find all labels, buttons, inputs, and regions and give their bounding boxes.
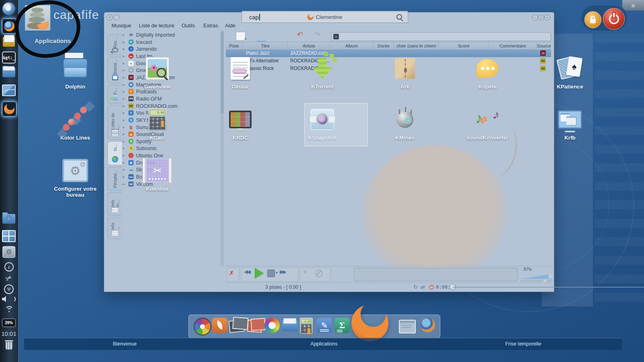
expander-icon[interactable]: ▶ <box>123 147 126 150</box>
tab-frise-temporelle[interactable]: Frise temporelle <box>505 338 541 350</box>
column-piste[interactable]: Piste <box>226 42 242 49</box>
tab-info-artiste[interactable]: Info ... <box>107 217 122 239</box>
column-artiste[interactable]: Artiste <box>287 42 330 49</box>
app-soundkonverter[interactable]: ♪⇄♪ soundKonverter <box>455 107 520 141</box>
volume-handle[interactable] <box>543 279 547 282</box>
service-radio-gfm[interactable]: ▶GFMRadio GFM <box>123 95 222 102</box>
app-krdc[interactable]: KRDC <box>208 107 272 141</box>
expander-icon[interactable]: ▶ <box>123 47 126 51</box>
tab-bienvenue[interactable]: Bienvenue <box>113 338 136 350</box>
klipper-scissors-icon[interactable]: ✂ <box>2 274 16 283</box>
menu-extras[interactable]: Extras <box>203 23 218 29</box>
app-configurer-bureau[interactable]: ⚙⚙ Configurer votre bureau <box>43 158 107 198</box>
expander-icon[interactable]: ▶ <box>123 33 126 37</box>
love-button[interactable]: ♥ <box>303 268 308 276</box>
service-subsonic[interactable]: ▶SSubsonic <box>123 145 222 152</box>
repeat-icon[interactable]: ↻ <box>413 284 418 290</box>
window-grid-icon[interactable] <box>2 230 16 242</box>
text-editor-icon[interactable]: ✎ <box>317 318 332 333</box>
column-score[interactable]: Score <box>438 42 489 49</box>
maximize-button[interactable]: □ <box>538 14 544 21</box>
menu-liste-de-lecture[interactable]: Liste de lecture <box>139 23 174 29</box>
usb-device-icon[interactable]: Ψ <box>2 284 16 294</box>
menu-aide[interactable]: Aide <box>225 23 235 29</box>
expander-icon[interactable]: ▶ <box>123 154 126 157</box>
expander-icon[interactable]: ▶ <box>123 97 126 101</box>
app-kopete[interactable]: Kopete <box>455 56 520 90</box>
menu-musique[interactable]: Musique <box>111 23 131 29</box>
downloads-folder-icon[interactable]: ↓ <box>2 214 16 224</box>
app-krfb[interactable]: Krfb <box>538 107 602 141</box>
column-commentaire[interactable]: Commentaire <box>489 42 537 49</box>
leaf-app-icon[interactable] <box>212 318 227 333</box>
app-ktorrent[interactable]: KTorrent <box>290 56 355 90</box>
clementine-dock-icon[interactable] <box>351 304 388 341</box>
system-window-icon[interactable] <box>399 318 416 333</box>
expander-icon[interactable]: ▶ <box>123 90 126 93</box>
stop-options-arrow[interactable]: ▾ <box>276 270 278 275</box>
lastfm-scrobble-icon[interactable]: as <box>429 284 434 290</box>
app-kdenlive[interactable]: ✂ Kdenlive <box>125 158 190 192</box>
tab-recherche[interactable]: Rec... <box>107 34 122 55</box>
desktop-preview-icon[interactable] <box>2 84 16 96</box>
color-wheel-icon[interactable] <box>264 318 280 333</box>
firefox-dock-icon[interactable] <box>421 318 435 332</box>
system-settings-icon[interactable]: ⚙ <box>2 246 16 258</box>
app-kcalc[interactable]: 3.14 KCalc <box>125 107 190 141</box>
tab-info-morceau[interactable]: Info m... <box>107 192 122 216</box>
service-icecast[interactable]: ▶ICIcecast <box>123 39 222 45</box>
clementine-task-icon[interactable] <box>2 101 17 117</box>
previous-button[interactable]: ◀◀ <box>244 269 250 275</box>
tab-bibliotheque[interactable]: Bibliot... <box>107 57 122 83</box>
tab-internet[interactable]: In... <box>107 141 122 165</box>
tab-listes-de-lecture[interactable]: Listes de l... <box>107 105 122 140</box>
new-playlist-button[interactable]: + <box>236 32 246 41</box>
seek-track[interactable] <box>453 287 644 288</box>
shutter-wheel-icon[interactable] <box>194 318 211 335</box>
playlist-filter-input[interactable]: × <box>331 32 551 41</box>
window-pin-button[interactable]: · <box>114 14 120 21</box>
app-kolor-lines[interactable]: Kolor Lines <box>43 107 107 141</box>
mail-icon[interactable] <box>2 37 16 47</box>
launcher-orb-icon[interactable] <box>2 2 16 15</box>
wifi-icon[interactable] <box>2 306 16 312</box>
expander-icon[interactable]: ▶ <box>123 41 126 44</box>
column-titre[interactable]: Titre <box>242 42 288 49</box>
firefox-task-icon[interactable] <box>2 19 17 34</box>
app-gwenview[interactable]: Gwenview <box>125 56 190 90</box>
info-tray-icon[interactable]: i <box>2 262 16 272</box>
undo-button[interactable]: ↶ <box>297 30 303 39</box>
play-button[interactable] <box>255 268 264 278</box>
albums-icon[interactable] <box>248 318 262 332</box>
app-dolphin[interactable]: Dolphin <box>43 56 107 90</box>
launcher-header-app-icon[interactable] <box>25 5 50 31</box>
terminal-icon[interactable]: &gt;_ <box>2 51 16 64</box>
photos-icon[interactable] <box>229 318 244 332</box>
clear-playlist-button[interactable]: ✗ <box>229 269 234 277</box>
next-button[interactable]: ▶▶ <box>280 269 285 275</box>
app-kpatience[interactable]: ♠ KPatience <box>538 56 602 90</box>
tab-fichiers[interactable]: Fi... <box>107 85 122 103</box>
service-digitally-imported[interactable]: ▶DIDigitally Imported <box>123 31 222 38</box>
shuffle-icon[interactable]: ⇄ <box>421 284 425 290</box>
column-fichier[interactable]: chier (sans le chemi <box>394 42 438 49</box>
minimize-button[interactable]: – <box>532 14 538 21</box>
app-okular[interactable]: Okular <box>208 56 272 90</box>
tab-peripheriques[interactable]: Périphé... <box>107 167 122 191</box>
volume-icon[interactable] <box>2 296 16 302</box>
column-album[interactable]: Album <box>330 42 373 49</box>
power-button[interactable] <box>603 8 625 30</box>
clock-widget[interactable]: 10:01 <box>2 330 16 337</box>
trash-icon[interactable] <box>2 342 16 350</box>
analyzer-panel[interactable] <box>354 268 518 281</box>
service-jamendo[interactable]: ▶JJamendo <box>123 45 222 52</box>
spreadsheet-icon[interactable]: Σ <box>334 318 350 333</box>
app-ksnapshot[interactable]: KSnapshot <box>290 107 355 141</box>
app-kmines[interactable]: KMines <box>373 107 437 141</box>
ban-button[interactable] <box>315 269 323 277</box>
panel-cashew[interactable]: ≡ <box>622 0 644 10</box>
media-folder-icon[interactable] <box>282 318 297 331</box>
column-duree[interactable]: Durée <box>373 42 394 49</box>
calculator-icon[interactable]: 3.14 <box>300 318 313 334</box>
window-menu-button[interactable]: ≡ <box>107 14 113 21</box>
